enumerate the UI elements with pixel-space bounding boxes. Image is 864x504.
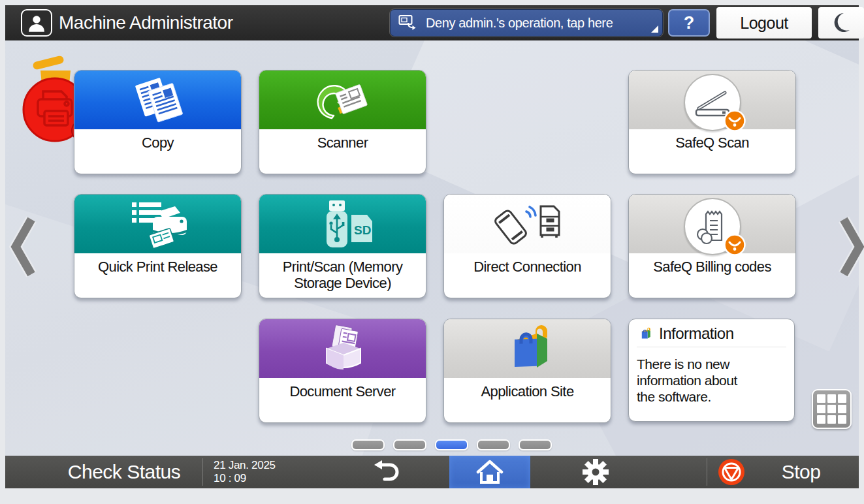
information-widget-header: Information [637,324,786,347]
logged-in-user[interactable]: Machine Administrator [21,9,233,37]
tile-copy-head [74,71,241,129]
application-site-icon [495,322,560,375]
information-title: Information [659,324,734,343]
date-time: 21 Jan. 2025 10 : 09 [214,459,276,484]
gear-icon [582,458,609,486]
logout-button[interactable]: Logout [716,7,812,39]
quick-print-release-icon [119,197,197,251]
tile-copy-label: Copy [74,129,241,151]
divider [707,458,707,486]
page-dot-2[interactable] [393,439,426,450]
page-dot-5[interactable] [519,439,552,450]
home-icon [475,459,505,485]
usb-sd-icon: SD [307,197,379,251]
tile-direct-connection[interactable]: Direct Connection [443,194,611,298]
previous-page-button[interactable] [8,214,38,282]
page-dot-1[interactable] [351,439,385,450]
scanner-icon [307,72,379,127]
tile-safeq-scan[interactable]: SafeQ Scan [628,70,796,174]
home-button[interactable] [449,456,530,488]
tile-document-server[interactable]: Document Server [259,319,426,423]
stop-control[interactable]: Stop [718,458,821,486]
help-button[interactable]: ? [668,9,710,37]
direct-connection-icon [488,197,567,251]
divider [202,458,203,486]
tile-application-site-head [444,319,611,378]
tile-scanner[interactable]: Scanner [259,70,426,174]
settings-button[interactable] [530,456,661,488]
next-page-button[interactable] [837,214,864,282]
tile-copy[interactable]: Copy [74,70,242,174]
tile-application-site-label: Application Site [444,378,611,400]
page-indicator [351,439,552,450]
tile-safeq-scan-head [629,71,795,129]
tile-application-site[interactable]: Application Site [443,319,611,423]
safeq-badge-icon [723,109,746,135]
page-dot-3-active[interactable] [435,439,468,450]
tile-safeq-billing-codes-label: SafeQ Billing codes [629,253,795,276]
back-button[interactable] [325,456,449,488]
tile-print-scan-memory-storage-head: SD [259,195,426,253]
check-status-button[interactable]: Check Status [46,461,202,483]
screen-transfer-icon [398,14,418,31]
tile-direct-connection-label: Direct Connection [444,253,611,276]
tile-safeq-billing-codes[interactable]: SafeQ Billing codes [628,194,796,298]
date-label: 21 Jan. 2025 [214,459,276,472]
document-server-icon [307,321,379,376]
tile-safeq-scan-label: SafeQ Scan [629,129,795,151]
tile-scanner-label: Scanner [259,129,426,151]
system-message-text: Deny admin.'s operation, tap here [426,16,613,31]
user-icon [21,9,52,37]
time-label: 10 : 09 [214,472,276,485]
system-message-banner[interactable]: Deny admin.'s operation, tap here [390,9,663,37]
banner-expand-corner-icon [651,25,658,33]
safeq-badge-icon [723,233,746,259]
tile-document-server-head [259,319,426,378]
tile-scanner-head [259,71,426,129]
tile-safeq-billing-codes-head [629,195,795,253]
chevron-left-icon [16,219,31,274]
energy-saver-button[interactable] [818,7,864,39]
chevron-right-icon [844,219,859,274]
top-bar: Machine Administrator Deny admin.'s oper… [5,5,859,40]
safeq-billing-icon [684,198,741,255]
user-name-label: Machine Administrator [59,12,233,33]
information-bag-icon [637,326,654,341]
page-dot-4[interactable] [477,439,510,450]
tile-quick-print-release-head [74,195,241,253]
tile-print-scan-memory-storage-label: Print/Scan (Memory Storage Device) [259,253,426,291]
copy-icon [122,74,194,126]
tile-quick-print-release[interactable]: Quick Print Release [74,194,242,298]
app-list-button[interactable] [812,389,852,429]
back-arrow-icon [372,460,403,484]
tile-print-scan-memory-storage[interactable]: SD Print/Scan (Memory Storage Device) [259,194,426,298]
stop-label: Stop [782,461,821,483]
moon-icon [830,11,852,35]
grid-icon [817,394,846,424]
safeq-scan-icon [684,74,741,131]
tile-document-server-label: Document Server [259,378,426,400]
tile-quick-print-release-label: Quick Print Release [74,253,241,276]
information-widget[interactable]: Information There is no new information … [628,319,795,422]
information-body: There is no new information about the so… [637,356,754,405]
stop-icon [718,458,745,486]
bottom-bar: Check Status 21 Jan. 2025 10 : 09 [5,456,859,488]
tile-direct-connection-head [444,195,611,253]
svg-text:SD: SD [354,223,371,237]
